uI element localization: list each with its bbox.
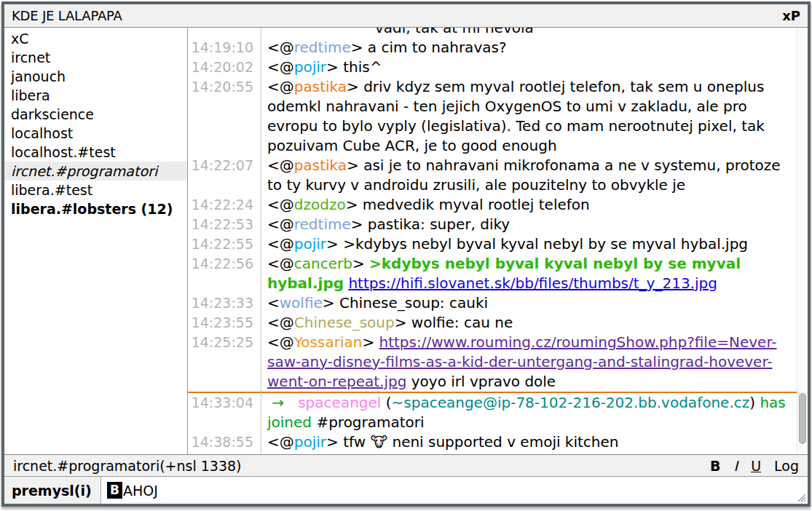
message-text: yoyo irl vpravo dole [406, 373, 556, 390]
window-title: KDE JE LALAPAPA [12, 8, 782, 23]
chat-message: vadi, tak at mi nevola [188, 28, 797, 38]
timestamp: 14:23:33 [188, 293, 261, 313]
resize-handle-icon[interactable] [796, 492, 806, 502]
message-text: <@ [267, 78, 294, 95]
message-text: <@ [267, 196, 294, 213]
timestamp: 14:38:55 [188, 432, 261, 452]
status-bar: ircnet.#programatori(+nsl 1338) B I U Lo… [4, 454, 808, 476]
nickname: Yossarian [294, 333, 363, 351]
chat-message: 14:33:04 → spaceangel (~spaceange@ip-78-… [188, 393, 797, 432]
sidebar-item-janouch[interactable]: janouch [4, 67, 187, 86]
nickname: pojir [294, 235, 326, 253]
message-text: <@ [267, 235, 294, 253]
nickname: cancerb [294, 255, 352, 272]
window-control-xp[interactable]: xP [782, 8, 800, 23]
sidebar-item-libera-lobsters-12[interactable]: libera.#lobsters (12) [4, 199, 187, 218]
italic-button[interactable]: I [734, 458, 738, 474]
nickname: redtime [294, 215, 351, 233]
message-text: <@ [267, 157, 294, 174]
hostmask: ~spaceange@ip-78-102-216-202.bb.vodafone… [392, 394, 750, 411]
bold-button[interactable]: B [710, 458, 720, 474]
message-text: > >kdybys nebyl byval kyval nebyl by se … [326, 235, 748, 253]
message-link[interactable]: https://hifi.slovanet.sk/bb/files/thumbs… [348, 274, 717, 292]
sidebar-item-ircnet[interactable]: ircnet [4, 48, 187, 67]
input-bar: premysl(i) B AHOJ [4, 476, 808, 504]
chat-area: vadi, tak at mi nevola14:19:10<@redtime>… [188, 28, 808, 454]
channel-status-text: ircnet.#programatori(+nsl 1338) [13, 458, 697, 474]
message-body: <wolfie> Chinese_soup: cauki [261, 293, 797, 313]
nickname: spaceangel [298, 394, 381, 411]
nick-label: premysl(i) [4, 477, 101, 504]
message-text: <@ [267, 255, 294, 272]
message-text: > pastika: super, diky [351, 215, 510, 233]
message-body: <@dzodzo> medvedik myval rootlej telefon [261, 195, 797, 215]
message-text: > wolfie: cau ne [395, 314, 513, 331]
underline-button[interactable]: U [751, 458, 761, 474]
message-text: <@ [267, 58, 294, 76]
message-text: < [267, 294, 280, 312]
message-text: <@ [267, 333, 294, 351]
chat-message: 14:22:56<@cancerb> >kdybys nebyl byval k… [188, 254, 797, 293]
message-text: <@ [267, 39, 294, 56]
message-input[interactable]: B AHOJ [101, 477, 808, 504]
sidebar-item-libera-test[interactable]: libera.#test [4, 181, 187, 199]
chat-message: 14:22:55<@pojir> >kdybys nebyl byval kyv… [188, 234, 797, 254]
message-text: ) [749, 394, 760, 411]
message-body: <@pojir> this^ [261, 58, 797, 77]
timestamp-divider [261, 28, 261, 454]
message-body: <@pastika> asi je to nahravani mikrofona… [261, 156, 797, 195]
sidebar-item-localhost-test[interactable]: localhost.#test [4, 143, 187, 162]
message-text: ( [381, 394, 391, 411]
timestamp: 14:22:56 [188, 254, 261, 274]
message-text: > [362, 333, 379, 351]
sidebar-item-ircnet-programatori[interactable]: ircnet.#programatori [4, 162, 187, 181]
chat-scroll: vadi, tak at mi nevola14:19:10<@redtime>… [188, 28, 797, 452]
bold-control-char: B [107, 482, 122, 499]
nickname: pojir [294, 433, 326, 451]
input-text: AHOJ [123, 483, 158, 499]
message-text: vadi, tak at mi nevola [375, 28, 534, 36]
chat-message: 14:19:10<@redtime> a cim to nahravas? [188, 38, 797, 58]
chat-scrollbar-track[interactable] [797, 28, 808, 454]
message-body: <@pojir> >kdybys nebyl byval kyval nebyl… [261, 234, 797, 254]
nickname: wolfie [280, 294, 323, 312]
sidebar-item-localhost[interactable]: localhost [4, 124, 187, 143]
message-body: vadi, tak at mi nevola [261, 28, 797, 38]
chat-message: 14:23:33<wolfie> Chinese_soup: cauki [188, 293, 797, 313]
message-body: <@redtime> pastika: super, diky [261, 215, 797, 234]
message-text: neni supported v emoji kitchen [387, 433, 618, 451]
nickname: pastika [294, 157, 347, 174]
message-text [284, 394, 298, 411]
nickname: dzodzo [294, 196, 346, 213]
chat-message: 14:20:55<@pastika> driv kdyz sem myval r… [188, 77, 797, 156]
message-text: > [352, 255, 369, 272]
message-text: > tfw [326, 433, 370, 451]
sidebar-item-xc[interactable]: xC [4, 29, 187, 48]
timestamp: 14:22:07 [188, 156, 261, 175]
message-text: > a cim to nahravas? [351, 39, 507, 56]
nickname: redtime [294, 39, 351, 56]
log-button[interactable]: Log [774, 458, 799, 474]
sidebar-item-darkscience[interactable]: darkscience [4, 105, 187, 124]
chat-message: 14:22:53<@redtime> pastika: super, diky [188, 215, 797, 234]
timestamp: 14:22:24 [188, 195, 261, 215]
message-text: > Chinese_soup: cauki [323, 294, 488, 312]
nickname: Chinese_soup [294, 314, 395, 331]
main-area: xCircnetjanouchliberadarksciencelocalhos… [4, 28, 808, 454]
timestamp: 14:25:25 [188, 333, 261, 352]
timestamp: 14:22:55 [188, 234, 261, 254]
chat-message: 14:38:55<@pojir> tfw 🐮 neni supported v … [188, 432, 797, 452]
message-body: <@cancerb> >kdybys nebyl byval kyval neb… [261, 254, 797, 293]
sidebar-item-libera[interactable]: libera [4, 86, 187, 105]
chat-scrollbar-thumb[interactable] [799, 393, 806, 444]
timestamp: 14:20:55 [188, 77, 261, 97]
message-body: <@Yossarian> https://www.rouming.cz/roum… [261, 333, 797, 392]
timestamp: 14:20:02 [188, 58, 261, 77]
message-body: <@pastika> driv kdyz sem myval rootlej t… [261, 77, 797, 156]
chat-message: 14:22:24<@dzodzo> medvedik myval rootlej… [188, 195, 797, 215]
chat-message: 14:23:55<@Chinese_soup> wolfie: cau ne [188, 313, 797, 333]
message-text: <@ [267, 215, 294, 233]
nickname: pastika [294, 78, 347, 95]
message-body: → spaceangel (~spaceange@ip-78-102-216-2… [261, 393, 797, 432]
message-text: #programatori [312, 413, 425, 431]
